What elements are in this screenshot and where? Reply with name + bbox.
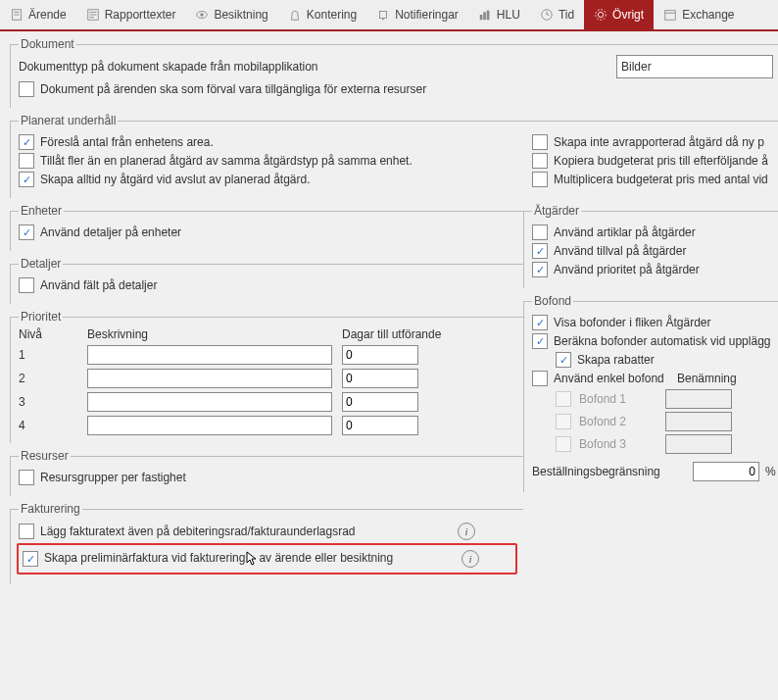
prio-dagar-input[interactable] <box>342 416 418 435</box>
col-header-benamning: Benämning <box>677 372 737 385</box>
checkbox-label: Skapa inte avrapporterad åtgärd då ny p <box>554 135 764 149</box>
prio-beskrivning-input[interactable] <box>87 416 332 435</box>
checkbox-dokument-externa[interactable] <box>19 81 34 97</box>
svg-point-18 <box>596 10 607 21</box>
group-legend: Detaljer <box>19 257 63 271</box>
checkbox-label: Använd tillval på åtgärder <box>554 244 686 258</box>
checkbox-skapa-rabatter[interactable]: ✓ <box>556 352 571 368</box>
prio-beskrivning-input[interactable] <box>87 392 332 412</box>
checkbox-prioritet-atg[interactable]: ✓ <box>532 262 548 277</box>
checkbox-label: Tillåt fler än en planerad åtgärd av sam… <box>40 154 413 168</box>
checkbox-label: Använd artiklar på åtgärder <box>554 225 696 239</box>
svg-point-17 <box>598 12 603 17</box>
col-header-beskrivning: Beskrivning <box>87 327 332 341</box>
svg-rect-12 <box>483 12 486 20</box>
group-legend: Resurser <box>19 449 71 463</box>
tab-arende[interactable]: Ärende <box>0 0 76 29</box>
checkbox-label: Skapa preliminärfaktura vid faktureringa… <box>44 551 436 567</box>
bofond3-input <box>665 434 732 454</box>
highlight-annotation: ✓ Skapa preliminärfaktura vid fakturerin… <box>17 543 517 575</box>
checkbox-label: Beräkna bofonder automatisk vid upplägg <box>554 334 770 348</box>
label-part: av ärende eller besiktning <box>259 551 393 565</box>
checkbox-skapa-inte-avrapp[interactable] <box>532 134 548 150</box>
group-bofond: Bofond ✓Visa bofonder i fliken Åtgärder … <box>523 294 778 492</box>
checkbox-bofond2 <box>556 414 571 429</box>
prio-dagar-input[interactable] <box>342 345 418 365</box>
tab-label: HLU <box>497 8 520 22</box>
info-icon[interactable]: i <box>462 550 479 568</box>
tab-rapporttexter[interactable]: Rapporttexter <box>76 0 186 29</box>
checkbox-visa-bofonder[interactable]: ✓ <box>532 315 548 330</box>
group-atgarder: Åtgärder Använd artiklar på åtgärder ✓An… <box>523 204 778 288</box>
svg-point-8 <box>201 13 205 17</box>
checkbox-enkel-bofond[interactable] <box>532 371 548 386</box>
group-prioritet: Prioritet Nivå Beskrivning Dagar till ut… <box>10 310 523 443</box>
group-resurser: Resurser Resursgrupper per fastighet <box>10 449 523 496</box>
info-icon[interactable]: i <box>458 523 475 540</box>
prio-dagar-input[interactable] <box>342 369 418 388</box>
prio-beskrivning-input[interactable] <box>87 369 332 388</box>
tab-label: Övrigt <box>612 8 644 22</box>
group-planerat-underhall: Planerat underhåll ✓Föreslå antal från e… <box>10 114 778 198</box>
group-detaljer: Detaljer Använd fält på detaljer <box>10 257 523 304</box>
svg-point-10 <box>382 19 384 21</box>
checkbox-label: Lägg fakturatext även på debiteringsrad/… <box>40 525 432 538</box>
tab-label: Kontering <box>307 8 357 22</box>
tab-label: Rapporttexter <box>105 8 176 22</box>
bofond1-input <box>665 389 732 409</box>
bell-icon <box>376 8 390 22</box>
dropdown-value: Bilder <box>621 60 652 74</box>
tab-label: Tid <box>559 8 574 22</box>
checkbox-detaljer-enheter[interactable]: ✓ <box>19 225 34 240</box>
checkbox-resursgrupper[interactable] <box>19 470 34 485</box>
prio-dagar-input[interactable] <box>342 392 418 412</box>
col-header-niva: Nivå <box>19 327 77 341</box>
checkbox-multiplicera-pris[interactable] <box>532 172 548 187</box>
checkbox-fakturatext[interactable] <box>19 524 34 539</box>
doc-icon <box>10 8 24 22</box>
bofond-label: Bofond 1 <box>579 392 657 406</box>
tab-tid[interactable]: Tid <box>530 0 584 29</box>
calendar-icon <box>663 8 677 22</box>
checkbox-label: Föreslå antal från enhetens area. <box>40 135 214 149</box>
checkbox-berakna-bofonder[interactable]: ✓ <box>532 333 548 349</box>
tab-notifieringar[interactable]: Notifieringar <box>366 0 468 29</box>
bag-icon <box>288 8 302 22</box>
prio-level: 2 <box>19 372 77 385</box>
bofond-label: Bofond 3 <box>579 437 657 451</box>
tab-label: Notifieringar <box>395 8 459 22</box>
percent-label: % <box>765 465 776 478</box>
checkbox-tillat-fler[interactable] <box>19 153 34 169</box>
tab-ovrigt[interactable]: Övrigt <box>584 0 654 29</box>
svg-rect-19 <box>665 11 676 21</box>
prio-level: 3 <box>19 395 77 409</box>
group-enheter: Enheter ✓Använd detaljer på enheter <box>10 204 523 251</box>
checkbox-tillval-atg[interactable]: ✓ <box>532 243 548 259</box>
group-dokument: Dokument Dokumenttyp på dokument skapade… <box>10 37 778 108</box>
tab-kontering[interactable]: Kontering <box>278 0 366 29</box>
tab-besiktning[interactable]: Besiktning <box>185 0 277 29</box>
cursor-icon <box>246 551 258 567</box>
checkbox-label: Dokument på ärenden ska som förval vara … <box>40 82 426 96</box>
checkbox-skapa-alltid-ny[interactable]: ✓ <box>19 172 34 187</box>
checkbox-kopiera-pris[interactable] <box>532 153 548 169</box>
tab-exchange[interactable]: Exchange <box>654 0 744 29</box>
tab-label: Ärende <box>28 8 67 22</box>
tab-hlu[interactable]: HLU <box>468 0 530 29</box>
prio-beskrivning-input[interactable] <box>87 345 332 365</box>
checkbox-foresla-antal[interactable]: ✓ <box>19 134 34 150</box>
checkbox-label: Visa bofonder i fliken Åtgärder <box>554 316 711 329</box>
prio-level: 4 <box>19 419 77 432</box>
checkbox-label: Använd enkel bofond <box>554 372 671 385</box>
tab-label: Exchange <box>682 8 734 22</box>
checkbox-label: Använd fält på detaljer <box>40 278 157 292</box>
checkbox-artiklar-atg[interactable] <box>532 225 548 240</box>
clock-icon <box>540 8 554 22</box>
checkbox-falt-detaljer[interactable] <box>19 277 34 293</box>
col-header-dagar: Dagar till utförande <box>342 327 460 341</box>
begransning-label: Beställningsbegränsning <box>532 465 687 478</box>
dokumenttyp-dropdown[interactable]: Bilder <box>616 55 773 78</box>
checkbox-preliminarfaktura[interactable]: ✓ <box>23 551 38 567</box>
group-legend: Fakturering <box>19 502 82 516</box>
begransning-input[interactable] <box>693 462 759 481</box>
